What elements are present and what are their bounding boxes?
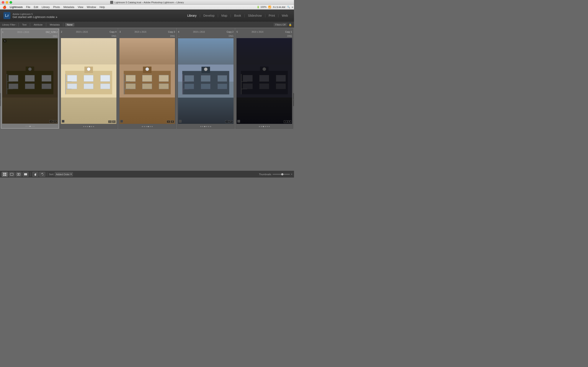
grid-cell-3[interactable]: 3 3919 x 2616 Copy 3 DNG <box>118 29 176 129</box>
app-subtitle-label[interactable]: Get started with Lightroom mobile ▶ <box>13 15 58 19</box>
cell-5-rotate-btn[interactable]: ⊡ <box>288 120 291 123</box>
cell-2-rotate-btn[interactable]: ⊡ <box>112 120 116 123</box>
svg-rect-57 <box>241 71 288 94</box>
dot <box>208 126 209 127</box>
filter-tab-attribute[interactable]: Attribute <box>32 23 44 26</box>
svg-rect-55 <box>179 120 182 123</box>
svg-rect-4 <box>9 75 18 82</box>
dot <box>263 126 264 127</box>
svg-rect-8 <box>25 83 35 89</box>
dot <box>31 126 33 127</box>
cell-3-flag <box>120 120 123 123</box>
close-button[interactable] <box>2 1 4 4</box>
cell-5-header: 5 3919 x 2616 Copy 1 <box>236 29 293 35</box>
cell-2-image: ▭ ⊡ <box>61 38 116 124</box>
cell-2-name: Copy 4 <box>110 31 116 33</box>
grid-cell-5[interactable]: 5 3919 x 2616 Copy 1 DNG <box>235 29 293 129</box>
svg-rect-33 <box>159 75 168 82</box>
minimize-button[interactable] <box>6 1 8 4</box>
svg-rect-28 <box>124 71 171 94</box>
slider-handle[interactable] <box>281 173 283 175</box>
menu-metadata[interactable]: Metadata <box>61 5 76 9</box>
nav-sep-3: | <box>230 14 231 17</box>
spray-can-button[interactable] <box>32 172 38 177</box>
cell-5-compare-btn[interactable]: ▭ <box>284 120 287 123</box>
grid-cell-4[interactable]: 4 3919 x 2616 Copy 2 ··· DNG <box>177 29 235 129</box>
cell-3-image: ▭ ⊡ <box>120 38 175 124</box>
menu-help[interactable]: Help <box>98 5 107 9</box>
menu-photo[interactable]: Photo <box>51 5 61 9</box>
cell-2-number: 2 <box>61 31 62 33</box>
nav-library[interactable]: Library <box>185 13 199 18</box>
grid-cell-2[interactable]: 2 3919 x 2616 Copy 4 DNG <box>60 29 118 129</box>
svg-line-80 <box>36 173 36 174</box>
nav-print[interactable]: Print <box>266 13 277 18</box>
sort-arrow-icon: ▾ <box>70 173 72 175</box>
filters-off-button[interactable]: Filters Off <box>274 23 287 26</box>
grid-cell-1[interactable]: 1 3919 x 2616 D62_5298-2 DNG <box>1 29 59 129</box>
cell-3-compare-btn[interactable]: ▭ <box>167 120 170 123</box>
cell-5-name: Copy 1 <box>285 31 292 33</box>
dot <box>267 126 268 127</box>
dot <box>202 126 203 127</box>
cell-1-tools: ▭ ⊡ <box>49 120 57 123</box>
svg-point-3 <box>28 67 32 71</box>
cell-4-rotate-btn[interactable]: ⊡ <box>229 120 233 123</box>
svg-rect-14 <box>65 71 112 94</box>
grid-view-button[interactable] <box>2 172 8 177</box>
menu-lightroom[interactable]: Lightroom <box>8 5 24 9</box>
cell-4-compare-btn[interactable]: ▭ <box>225 120 229 123</box>
filter-tab-none[interactable]: None <box>65 23 74 26</box>
survey-view-button[interactable] <box>23 172 29 177</box>
svg-rect-7 <box>9 83 18 89</box>
menu-window[interactable]: Window <box>85 5 98 9</box>
cell-2-compare-btn[interactable]: ▭ <box>108 120 112 123</box>
svg-rect-71 <box>5 173 6 174</box>
cell-1-format-row: DNG <box>1 35 59 37</box>
dot <box>269 126 270 127</box>
cell-5-dots <box>236 125 293 128</box>
menu-edit[interactable]: Edit <box>32 5 40 9</box>
app-icon <box>110 1 113 4</box>
filter-sep-1 <box>18 23 19 26</box>
menu-library[interactable]: Library <box>40 5 51 9</box>
menu-view[interactable]: View <box>76 5 85 9</box>
cell-3-header: 3 3919 x 2616 Copy 3 <box>119 29 176 35</box>
compare-view-button[interactable] <box>16 172 22 177</box>
cell-5-image: ▭ ⊡ <box>237 38 292 124</box>
cell-4-more-button[interactable]: ··· <box>178 35 180 37</box>
filter-lock-icon[interactable]: 🔒 <box>289 23 292 26</box>
nav-map[interactable]: Map <box>219 13 230 18</box>
slider-arrow-icon[interactable]: ▾ <box>291 173 292 175</box>
loupe-view-button[interactable] <box>9 172 15 177</box>
nav-slideshow[interactable]: Slideshow <box>245 13 265 18</box>
dot <box>200 126 201 127</box>
sort-label: Sort: <box>49 173 54 175</box>
filter-tab-metadata[interactable]: Metadata <box>48 23 61 26</box>
nav-web[interactable]: Web <box>279 13 291 18</box>
nav-book[interactable]: Book <box>232 13 244 18</box>
cell-1-compare-btn[interactable]: ▭ <box>49 120 53 123</box>
svg-rect-6 <box>42 75 51 82</box>
menu-extras-icon[interactable]: ≡ <box>292 6 293 8</box>
rotate-button[interactable] <box>39 172 45 177</box>
cell-1-rotate-btn[interactable]: ⊡ <box>53 120 57 123</box>
apple-menu[interactable]: 🍎 <box>1 5 8 9</box>
cell-3-rotate-btn[interactable]: ⊡ <box>171 120 174 123</box>
svg-rect-19 <box>100 75 110 82</box>
library-filter-bar: Library Filter : Text Attribute Metadata… <box>0 22 294 28</box>
svg-rect-60 <box>243 75 253 82</box>
dot <box>261 126 262 127</box>
nav-develop[interactable]: Develop <box>201 13 217 18</box>
cell-2-format: DNG <box>112 35 116 37</box>
sort-dropdown[interactable]: Added Order ▾ <box>55 172 73 176</box>
menu-file[interactable]: File <box>24 5 32 9</box>
filter-tab-text[interactable]: Text <box>20 23 28 26</box>
filter-bar-right: Filters Off 🔒 <box>274 23 292 26</box>
battery-status: 🔋 100% <box>257 6 267 8</box>
search-icon[interactable]: 🔍 <box>287 6 290 8</box>
thumbnail-size-slider[interactable] <box>273 174 290 175</box>
cell-2-format-row: DNG <box>60 35 117 37</box>
maximize-button[interactable] <box>9 1 12 4</box>
dot <box>144 126 145 127</box>
